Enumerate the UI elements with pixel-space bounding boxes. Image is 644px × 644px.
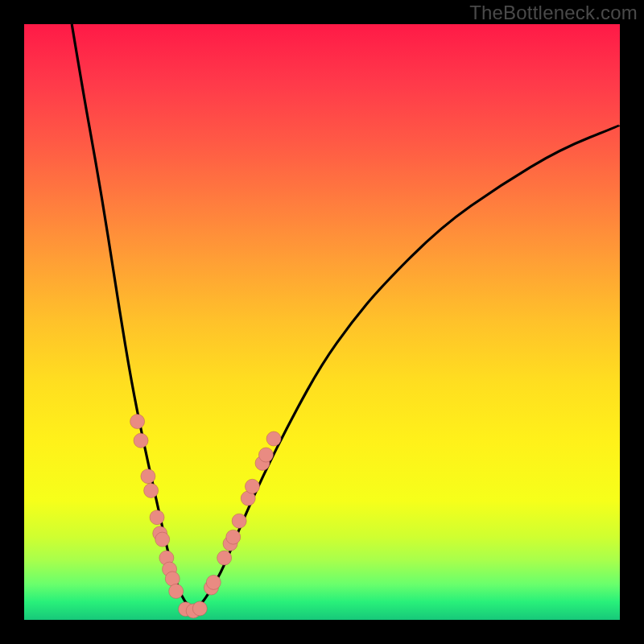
curve-dot xyxy=(232,514,246,528)
curve-dot xyxy=(217,551,232,565)
curve-dot xyxy=(192,601,207,616)
curve-dot xyxy=(165,572,180,586)
curve-dots xyxy=(130,415,281,618)
curve-dot xyxy=(245,479,259,493)
curve-dot xyxy=(155,532,170,547)
curve-dot xyxy=(134,433,148,448)
curve-svg xyxy=(24,24,620,620)
chart-frame: TheBottleneck.com xyxy=(0,0,644,644)
watermark-text: TheBottleneck.com xyxy=(469,2,638,24)
curve-dot xyxy=(141,469,155,484)
curve-dot xyxy=(144,483,159,497)
curve-dot xyxy=(266,431,281,446)
curve-dot xyxy=(258,448,273,462)
curve-dot xyxy=(150,510,164,525)
curve-dot xyxy=(226,530,241,544)
curve-dot xyxy=(169,584,184,598)
plot-area xyxy=(24,24,620,620)
curve-dot xyxy=(130,415,145,429)
curve-dot xyxy=(206,575,221,589)
